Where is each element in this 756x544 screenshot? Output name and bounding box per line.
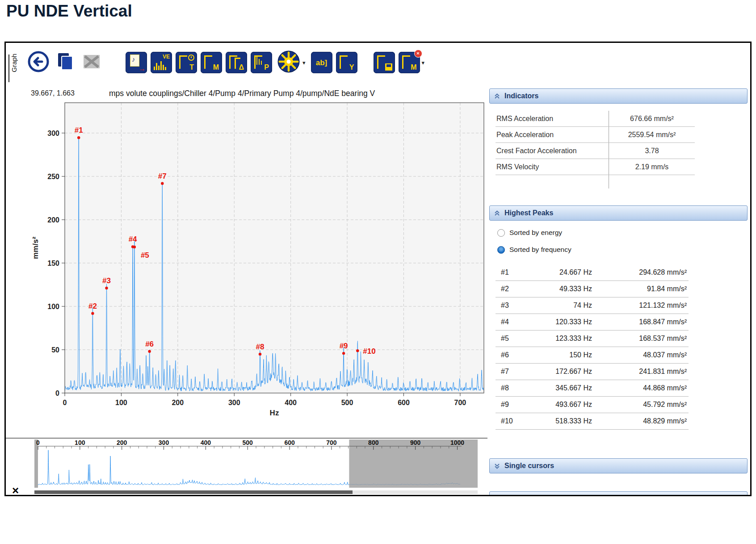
delta-cursor-letter: Δ	[239, 64, 244, 71]
svg-text:700: 700	[326, 439, 337, 446]
radio-icon[interactable]	[497, 246, 505, 254]
y-cursor-button[interactable]: Y	[336, 52, 357, 73]
close-icon[interactable]	[12, 486, 19, 496]
delta-cursor-button[interactable]: Δ	[226, 52, 247, 73]
marker-cursor-letter: M	[213, 64, 219, 71]
ve-label: VE	[163, 54, 170, 59]
peak-row[interactable]: #10518.333 Hz48.829 mm/s²	[496, 413, 689, 430]
back-button[interactable]	[27, 50, 50, 75]
spectrum-ve-button[interactable]: VE	[151, 52, 172, 73]
sort-option-energy[interactable]: Sorted by energy	[497, 224, 748, 241]
peak-frequency: 74 Hz	[529, 297, 592, 314]
svg-text:#8: #8	[256, 343, 265, 351]
peak-row[interactable]: #4120.333 Hz168.847 mm/s²	[496, 314, 689, 331]
peak-row[interactable]: #374 Hz121.132 mm/s²	[496, 297, 689, 314]
tab-graph[interactable]: Graph	[7, 53, 18, 88]
indicators-panel: Indicators RMS Acceleration676.66 mm/s²P…	[489, 88, 748, 188]
peak-rank: #5	[496, 331, 529, 347]
indicators-header[interactable]: Indicators	[489, 88, 748, 104]
export-disabled-button	[81, 51, 102, 74]
expand-down-icon	[494, 496, 500, 497]
marker-remove-button[interactable]: M	[399, 52, 420, 73]
export-report-button[interactable]: ♪	[126, 52, 147, 73]
harmonics-icon	[256, 57, 263, 65]
svg-text:500: 500	[243, 439, 253, 446]
peak-frequency: 24.667 Hz	[529, 264, 592, 280]
export-arrow-icon	[139, 65, 146, 72]
peak-frequency: 172.667 Hz	[529, 364, 592, 380]
copy-button[interactable]	[55, 51, 76, 74]
svg-text:400: 400	[285, 399, 297, 406]
indicator-row: Crest Factor Acceleration3.78	[496, 143, 695, 159]
svg-text:0: 0	[63, 399, 67, 406]
svg-text:#10: #10	[363, 347, 375, 356]
svg-text:#5: #5	[141, 251, 149, 259]
indicator-row: RMS Acceleration676.66 mm/s²	[496, 111, 695, 127]
highest-peaks-body: Sorted by energySorted by frequency #124…	[489, 221, 748, 437]
svg-text:#3: #3	[102, 276, 111, 285]
peak-rank: #9	[496, 397, 529, 413]
svg-text:400: 400	[201, 439, 211, 446]
single-cursors-title: Single cursors	[504, 462, 554, 470]
ab-label: ab]	[311, 52, 332, 73]
peak-row[interactable]: #8345.667 Hz44.868 mm/s²	[496, 380, 689, 397]
indicator-label: RMS Acceleration	[496, 111, 609, 127]
peak-rank: #6	[496, 347, 529, 363]
cursor-icon	[340, 55, 348, 69]
harmonic-cursor-button[interactable]: P	[251, 52, 272, 73]
peak-amplitude: 121.132 mm/s²	[592, 297, 689, 314]
marker-cursor-button[interactable]: M	[201, 52, 222, 73]
settings-button[interactable]	[277, 50, 301, 75]
horizontal-scrollbar[interactable]	[34, 490, 478, 494]
peak-row[interactable]: #249.333 Hz91.84 mm/s²	[496, 281, 689, 297]
settings-dropdown-caret[interactable]	[302, 59, 306, 66]
svg-text:800: 800	[368, 439, 379, 446]
svg-text:Hz: Hz	[270, 409, 279, 417]
save-cursor-button[interactable]	[374, 52, 395, 73]
svg-text:#1: #1	[75, 126, 83, 134]
svg-text:300: 300	[159, 439, 169, 446]
marker-remove-dropdown-caret[interactable]	[422, 59, 425, 66]
scrollbar-thumb[interactable]	[34, 490, 353, 494]
peak-amplitude: 168.847 mm/s²	[592, 314, 689, 330]
delta-cursors-header[interactable]: Delta cursors	[489, 491, 748, 496]
cursor-icon	[179, 55, 187, 69]
navigator-chart[interactable]: 01002003004005006007008009001000	[34, 439, 478, 489]
indicator-label: RMS Velocity	[496, 159, 609, 175]
peak-amplitude: 241.831 mm/s²	[592, 364, 689, 380]
radio-icon[interactable]	[497, 229, 505, 237]
indicator-row: Peak Acceleration2559.54 mm/s²	[496, 127, 695, 143]
peak-amplitude: 48.829 mm/s²	[592, 413, 689, 429]
svg-text:#4: #4	[129, 235, 137, 243]
peak-amplitude: 48.037 mm/s²	[592, 347, 689, 363]
svg-text:#7: #7	[158, 172, 167, 180]
peak-row[interactable]: #5123.333 Hz168.537 mm/s²	[496, 331, 689, 347]
peak-row[interactable]: #124.667 Hz294.628 mm/s²	[496, 264, 689, 281]
sort-option-frequency[interactable]: Sorted by frequency	[497, 241, 748, 258]
spectrum-chart[interactable]: 0100200300400500600700050100150200250300…	[29, 99, 494, 417]
indicator-value: 2.19 mm/s	[609, 159, 695, 175]
sort-options: Sorted by energySorted by frequency	[489, 224, 748, 258]
peak-row[interactable]: #6150 Hz48.037 mm/s²	[496, 347, 689, 364]
peak-row[interactable]: #9493.667 Hz45.792 mm/s²	[496, 397, 689, 413]
peak-rank: #1	[496, 264, 529, 280]
svg-text:600: 600	[284, 439, 295, 446]
svg-text:#6: #6	[145, 340, 154, 348]
chart-title: mps volute couplings/Chiller 4/Pump 4/Pr…	[109, 89, 375, 98]
highest-peaks-header[interactable]: Highest Peaks	[489, 205, 748, 221]
indicators-table: RMS Acceleration676.66 mm/s²Peak Acceler…	[496, 111, 695, 188]
app-window: Graph	[4, 42, 752, 496]
svg-text:1000: 1000	[450, 439, 464, 446]
peak-rank: #10	[496, 413, 529, 429]
peak-amplitude: 45.792 mm/s²	[592, 397, 689, 413]
highest-peaks-panel: Highest Peaks Sorted by energySorted by …	[489, 205, 748, 437]
single-cursors-header[interactable]: Single cursors	[489, 458, 748, 473]
delta-cursors-title: Delta cursors	[504, 495, 550, 496]
radio-label: Sorted by frequency	[509, 246, 571, 254]
peak-row[interactable]: #7172.667 Hz241.831 mm/s²	[496, 364, 689, 380]
cursor-icon	[377, 55, 385, 69]
indicator-value: 2559.54 mm/s²	[609, 127, 695, 143]
text-label-button[interactable]: ab]	[311, 52, 332, 73]
time-cursor-button[interactable]: T	[176, 52, 197, 73]
peak-rank: #2	[496, 281, 529, 297]
